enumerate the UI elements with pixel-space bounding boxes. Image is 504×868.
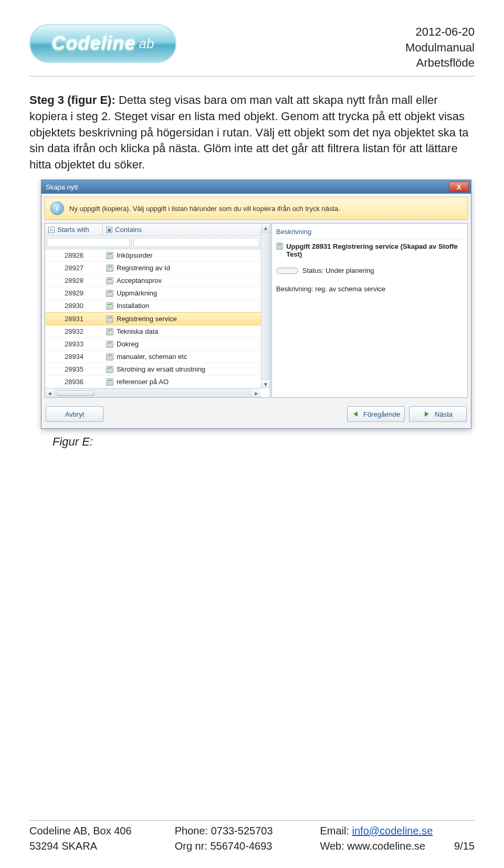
logo: Codeline ab xyxy=(29,24,176,63)
logo-main-text: Codeline xyxy=(52,33,136,55)
list-item-id: 28927 xyxy=(45,262,103,274)
list-item[interactable]: 28931Registrering service xyxy=(45,312,261,325)
list-item-name: Inköpsorder xyxy=(117,251,153,259)
info-icon: i xyxy=(50,202,64,215)
task-icon xyxy=(106,353,113,361)
list-item-id: 28929 xyxy=(45,287,103,299)
list-item-name: Registrering service xyxy=(117,315,177,323)
list-item[interactable]: 28928Acceptansprov xyxy=(45,274,261,287)
footer-phone: Phone: 0733-525703 xyxy=(175,825,308,837)
status-row: Status: Under planering xyxy=(276,263,463,278)
list-item-name: Uppmärkning xyxy=(117,289,157,297)
footer-company: Codeline AB, Box 406 xyxy=(29,825,162,837)
selected-item-title: Uppgift 28931 Registrering service (Skap… xyxy=(276,239,463,263)
status-pill-icon xyxy=(276,268,298,274)
contains-filter-icon: ▣ xyxy=(106,227,112,233)
scroll-down-icon[interactable]: ▼ xyxy=(261,379,270,388)
list-item-name: Acceptansprov xyxy=(117,277,162,284)
list-item-name: Registrering av Id xyxy=(117,264,170,272)
list-item-id: 28928 xyxy=(45,274,103,287)
list-item-id: 28934 xyxy=(45,351,103,363)
step-label: Steg 3 (figur E): xyxy=(29,93,119,107)
filter-input-name[interactable] xyxy=(133,238,259,247)
arrow-left-icon xyxy=(352,410,359,418)
header-doc-sub: Arbetsflöde xyxy=(405,55,475,71)
list-item-id: 28926 xyxy=(45,249,103,261)
dialog-titlebar: Skapa nytt X xyxy=(41,180,471,194)
cancel-button[interactable]: Avbryt xyxy=(46,406,103,422)
page-footer: Codeline AB, Box 406 Phone: 0733-525703 … xyxy=(29,820,475,852)
list-item-name: referenser på AO xyxy=(117,378,169,386)
horizontal-scrollbar[interactable]: ◄ ► xyxy=(45,388,261,397)
list-item[interactable]: 28934manualer, scheman etc xyxy=(45,351,261,363)
list-item-id: 28933 xyxy=(45,338,103,350)
list-item-name: manualer, scheman etc xyxy=(117,353,187,361)
description-pane: Beskrivning Uppgift 28931 Registrering s… xyxy=(271,223,468,398)
list-item-id: 28931 xyxy=(45,313,103,325)
scroll-right-icon[interactable]: ► xyxy=(252,389,261,397)
list-item[interactable]: 28933Dokreg xyxy=(45,338,261,351)
list-item-id: 28935 xyxy=(45,363,103,375)
list-item[interactable]: 28927Registrering av Id xyxy=(45,262,261,274)
button-bar: Avbryt Föregående Nästa xyxy=(41,401,471,428)
close-icon: X xyxy=(457,183,461,191)
task-icon xyxy=(106,252,113,259)
list-item[interactable]: 28936referenser på AO xyxy=(45,376,261,388)
logo-sub-text: ab xyxy=(139,36,154,52)
text-filter-icon: A xyxy=(48,227,55,233)
list-item-name: Skrotning av ersatt utrustning xyxy=(117,365,205,373)
body-paragraph: Steg 3 (figur E): Detta steg visas bara … xyxy=(29,92,475,173)
header-meta: 2012-06-20 Modulmanual Arbetsflöde xyxy=(405,24,475,71)
next-button[interactable]: Nästa xyxy=(409,406,467,422)
task-icon xyxy=(106,341,113,348)
list-pane: AStarts with ▣Contains 28926Inköpsorder2… xyxy=(45,223,270,398)
description-header: Beskrivning xyxy=(276,227,463,239)
footer-org: Org nr: 556740-4693 xyxy=(175,840,308,852)
list-item[interactable]: 28935Skrotning av ersatt utrustning xyxy=(45,363,261,376)
column-headers: AStarts with ▣Contains xyxy=(45,224,261,236)
list-item-id: 28932 xyxy=(45,325,103,337)
footer-email-link[interactable]: info@codeline.se xyxy=(352,825,433,837)
task-icon xyxy=(106,290,113,297)
list-rows: 28926Inköpsorder28927Registrering av Id2… xyxy=(45,249,261,388)
list-item-name: Dokreg xyxy=(117,340,139,348)
filter-row xyxy=(45,236,261,249)
list-item-id: 28936 xyxy=(45,376,103,388)
task-icon xyxy=(106,277,113,284)
list-item-name: Installation xyxy=(117,302,149,310)
arrow-right-icon xyxy=(423,410,430,418)
task-icon xyxy=(106,328,113,335)
header-divider xyxy=(29,76,475,77)
task-icon xyxy=(276,242,283,250)
header-date: 2012-06-20 xyxy=(405,24,475,40)
task-icon xyxy=(106,315,113,323)
footer-web: Web: www.codeline.se xyxy=(320,840,442,852)
page-number: 9/15 xyxy=(454,840,475,852)
list-item-name: Tekniska data xyxy=(117,327,159,335)
header-doc-title: Modulmanual xyxy=(405,40,475,56)
info-text: Ny uppgift (kopiera). Välj uppgift i lis… xyxy=(69,205,340,213)
task-icon xyxy=(106,366,113,373)
status-text: Status: Under planering xyxy=(302,267,374,274)
dialog-skapa-nytt: Skapa nytt X i Ny uppgift (kopiera). Väl… xyxy=(41,179,471,429)
list-item[interactable]: 28929Uppmärkning xyxy=(45,287,261,300)
close-button[interactable]: X xyxy=(449,182,469,192)
hscroll-thumb[interactable] xyxy=(57,390,94,396)
task-icon xyxy=(106,264,113,272)
col-header-startswith[interactable]: AStarts with xyxy=(45,224,103,236)
col-header-contains[interactable]: ▣Contains xyxy=(103,224,261,236)
vertical-scrollbar[interactable]: ▲ ▼ xyxy=(261,224,270,388)
description-text: Beskrivning: reg. av schema service xyxy=(276,278,463,295)
scroll-left-icon[interactable]: ◄ xyxy=(45,389,54,397)
figure-caption: Figur E: xyxy=(52,435,475,449)
list-item[interactable]: 28930Installation xyxy=(45,300,261,312)
list-item[interactable]: 28932Tekniska data xyxy=(45,325,261,338)
filter-input-id[interactable] xyxy=(47,238,130,247)
footer-city: 53294 SKARA xyxy=(29,840,162,852)
scroll-up-icon[interactable]: ▲ xyxy=(261,224,270,232)
list-item-id: 28930 xyxy=(45,300,103,312)
list-item[interactable]: 28926Inköpsorder xyxy=(45,249,261,262)
task-icon xyxy=(106,302,113,310)
dialog-title: Skapa nytt xyxy=(46,183,78,191)
previous-button[interactable]: Föregående xyxy=(347,406,405,422)
